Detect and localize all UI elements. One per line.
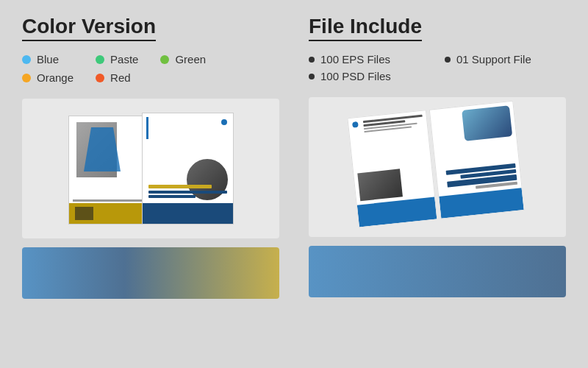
file-label-eps: 100 EPS Files: [320, 53, 390, 66]
color-label-blue: Blue: [37, 53, 59, 66]
color-item-orange: Orange: [22, 71, 74, 84]
color-label-green: Green: [175, 53, 206, 66]
color-list: Blue Paste Green Orange Red: [22, 53, 206, 84]
color-label-orange: Orange: [37, 71, 74, 84]
preview-card-left-bottom: [22, 247, 279, 299]
preview-card-right-top: [309, 97, 566, 237]
bullet-eps: [309, 57, 315, 63]
file-include-title: File Include: [309, 15, 422, 41]
color-version-title: Color Version: [22, 15, 156, 41]
blue-dot: [22, 55, 31, 64]
preview-card-right-bottom: [309, 246, 566, 297]
file-item-eps: 100 EPS Files: [309, 53, 430, 66]
paste-dot: [96, 55, 104, 64]
brochure-mockup-left: [62, 110, 239, 227]
left-panel: Color Version Blue Paste Green Orange: [22, 15, 279, 353]
file-list: 100 EPS Files 01 Support File 100 PSD Fi…: [309, 53, 566, 82]
right-panel: File Include 100 EPS Files 01 Support Fi…: [309, 15, 566, 353]
color-item-paste: Paste: [96, 53, 138, 66]
bullet-support: [445, 57, 451, 63]
brochure-mockup-right: [342, 105, 533, 229]
file-label-psd: 100 PSD Files: [320, 70, 391, 82]
color-label-paste: Paste: [110, 53, 138, 66]
bullet-psd: [309, 74, 315, 79]
file-item-psd: 100 PSD Files: [309, 70, 430, 82]
orange-dot: [22, 74, 31, 82]
color-label-red: Red: [110, 71, 131, 84]
preview-card-left-top: [22, 99, 279, 238]
file-item-support: 01 Support File: [445, 53, 566, 66]
green-dot: [160, 55, 169, 64]
color-item-red: Red: [96, 71, 138, 84]
color-item-blue: Blue: [22, 53, 74, 66]
red-dot: [96, 74, 104, 82]
color-item-green: Green: [160, 53, 206, 66]
file-label-support: 01 Support File: [456, 53, 531, 66]
